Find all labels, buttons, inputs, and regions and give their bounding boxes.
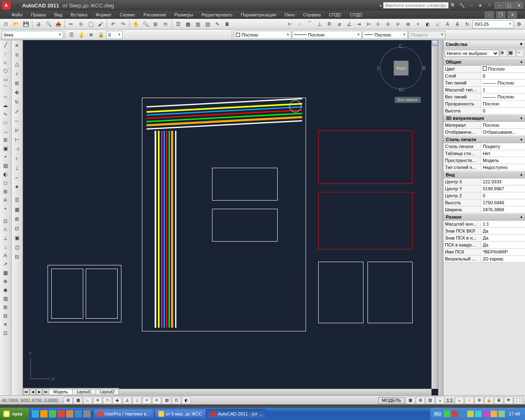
prop-value[interactable]: Послою: [481, 66, 525, 72]
panel-menu-icon[interactable]: ▾: [520, 41, 523, 47]
ql-3-icon[interactable]: [49, 410, 56, 418]
paste-icon[interactable]: 📋: [86, 20, 95, 29]
tab-layout2[interactable]: Layout2: [96, 389, 119, 395]
match-icon[interactable]: 🖌: [96, 20, 105, 29]
prop-row[interactable]: Слой0: [443, 73, 525, 80]
tolerance-icon[interactable]: ⊕: [404, 20, 413, 29]
menu-file[interactable]: Файл: [8, 11, 26, 18]
prop-value[interactable]: Поцвету: [481, 143, 525, 150]
dim-continue-icon[interactable]: ⊩: [374, 20, 383, 29]
tray-1-icon[interactable]: [444, 411, 450, 417]
copy2-icon[interactable]: ⎘: [12, 50, 21, 59]
qp-toggle[interactable]: ⊡: [172, 397, 181, 404]
spds14-icon[interactable]: ⊡: [1, 329, 10, 337]
fillet-icon[interactable]: ⌐: [12, 173, 21, 182]
menu-spds2[interactable]: СПДС: [347, 11, 366, 18]
point-icon[interactable]: •: [1, 153, 10, 161]
grid-toggle[interactable]: ▦: [73, 397, 82, 404]
stretch-icon[interactable]: ↔: [12, 116, 21, 126]
pline-icon[interactable]: ⟀: [1, 58, 10, 66]
layer-freeze-icon[interactable]: ❄: [87, 30, 96, 39]
toolbar-lock-icon[interactable]: 🔒: [484, 397, 493, 404]
ws-icon[interactable]: ⚙: [475, 397, 484, 404]
prop-value[interactable]: 2D каркас: [481, 256, 525, 262]
explode-icon[interactable]: ✷: [12, 183, 21, 192]
prop-row[interactable]: Визуальный ...2D каркас: [443, 256, 525, 262]
star-icon[interactable]: ★: [477, 2, 484, 9]
binoculars-icon[interactable]: 🔍: [450, 2, 457, 9]
spds5-icon[interactable]: A: [1, 251, 10, 260]
open-icon[interactable]: 📂: [11, 20, 21, 29]
s-qv-icon[interactable]: ⊞: [416, 397, 425, 404]
view-name-button[interactable]: Без имени: [395, 97, 421, 103]
spds3-icon[interactable]: ⊥: [1, 234, 10, 242]
prop-row[interactable]: Вес линий——— Послою: [443, 94, 525, 100]
panel-collapse-strip[interactable]: [438, 40, 443, 395]
quickselect-icon[interactable]: ⊕: [500, 50, 507, 57]
viewcube-top[interactable]: Верх: [394, 61, 409, 75]
mirror-icon[interactable]: ⧋: [12, 60, 21, 69]
prop-row[interactable]: Центр Z0: [443, 192, 525, 199]
language-indicator[interactable]: RU: [433, 411, 443, 417]
prop-row[interactable]: МатериалПослою: [443, 122, 525, 129]
mtext-icon[interactable]: A: [1, 196, 10, 204]
annovis-icon[interactable]: ⟁: [455, 397, 464, 404]
ql-desktop-icon[interactable]: [83, 410, 91, 418]
jog-icon[interactable]: ⟀: [433, 20, 442, 29]
publish-icon[interactable]: 📤: [54, 20, 63, 29]
menu-modify[interactable]: Редактировать: [198, 11, 236, 18]
gradient-icon[interactable]: ◐: [1, 170, 10, 178]
xline-icon[interactable]: ⟋: [1, 50, 10, 58]
menu-insert[interactable]: Вставка: [67, 11, 91, 18]
lwt-toggle[interactable]: ≡: [152, 397, 161, 404]
zoom-window-icon[interactable]: ⊞: [151, 20, 160, 29]
chamfer-icon[interactable]: ⟘: [12, 164, 21, 173]
ducs-toggle[interactable]: ⊥: [132, 397, 142, 404]
ql-ie-icon[interactable]: [32, 410, 39, 418]
spds1-icon[interactable]: ⊡: [1, 217, 10, 225]
spline-icon[interactable]: ∿: [1, 110, 10, 118]
taskbar-app-button[interactable]: от 5 мкр. до ЖСС: [155, 409, 206, 419]
spds6-icon[interactable]: ↗: [1, 260, 10, 268]
tab-prev-icon[interactable]: ◀: [30, 388, 36, 395]
copy-icon[interactable]: ⎘: [76, 20, 85, 29]
prop-category[interactable]: Вид▴: [443, 171, 525, 178]
doc-restore-button[interactable]: ❐: [496, 11, 505, 18]
prop-value[interactable]: Да: [481, 235, 525, 241]
prop-value[interactable]: Отбрасываем...: [481, 129, 525, 135]
s-qvd-icon[interactable]: ▥: [426, 397, 435, 404]
dim-diameter-icon[interactable]: ⌀: [335, 20, 344, 29]
color-combo[interactable]: Послою: [234, 31, 291, 39]
prop-value[interactable]: ——— Послою: [481, 94, 525, 100]
join-icon[interactable]: ⊦: [12, 154, 21, 163]
snap-toggle[interactable]: ⊞: [64, 397, 73, 404]
prop-value[interactable]: 1750.5848: [481, 199, 525, 206]
menu-edit[interactable]: Правка: [27, 11, 49, 18]
preview-icon[interactable]: 🔍: [44, 20, 53, 29]
menu-tools[interactable]: Сервис: [116, 11, 139, 18]
spds12-icon[interactable]: ⊟: [1, 312, 10, 320]
addsel-icon[interactable]: +: [1, 205, 10, 213]
spds13-icon[interactable]: ✕: [1, 320, 10, 329]
minimize-button[interactable]: −: [495, 2, 504, 9]
menu-view[interactable]: Вид: [51, 11, 66, 18]
prop-row[interactable]: Масштаб тип...1: [443, 87, 525, 94]
layer-state-combo[interactable]: 0: [106, 31, 123, 39]
calc-icon[interactable]: 🖩: [223, 20, 232, 29]
tab-model[interactable]: Модель: [49, 389, 73, 395]
sheet-icon[interactable]: ▤: [203, 20, 212, 29]
qat-new-icon[interactable]: ▾: [13, 1, 22, 10]
tray-3-icon[interactable]: [459, 411, 466, 417]
zoom-prev-icon[interactable]: ⟲: [161, 20, 170, 29]
prop-value[interactable]: 0: [481, 73, 525, 79]
spds8-icon[interactable]: ⊕: [1, 277, 10, 285]
tray-7-icon[interactable]: [491, 411, 497, 417]
menu-spds[interactable]: СПДС: [326, 11, 345, 18]
tray-2-icon[interactable]: [452, 411, 458, 417]
prop-row[interactable]: Ширина2476.3868: [443, 206, 525, 213]
insert-icon[interactable]: ⊞: [1, 136, 10, 144]
coordinates-readout[interactable]: 40.7889, 5091.8756, 0.0000: [2, 398, 63, 403]
ql-2-icon[interactable]: [40, 410, 48, 418]
layer-props-icon[interactable]: ☰: [67, 30, 76, 39]
menu-parametric[interactable]: Параметризация: [237, 11, 279, 18]
